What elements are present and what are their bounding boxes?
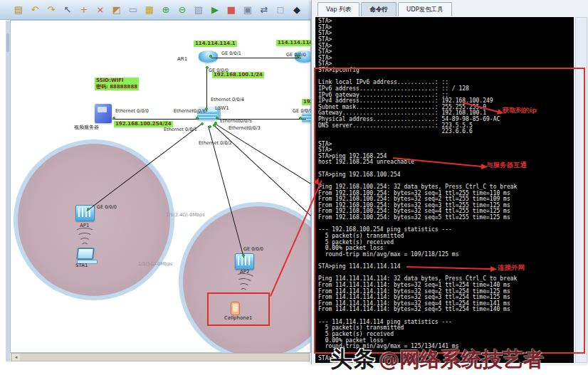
- topology-link: [112, 119, 199, 120]
- port-up-dot: [196, 117, 199, 120]
- device-label-ar1: AR1: [177, 56, 187, 63]
- stop-device-icon[interactable]: ■: [226, 4, 237, 16]
- device-label-lsw1: LSW1: [215, 105, 229, 112]
- device-label-ap1: AP1: [80, 223, 89, 229]
- port-label: Ethernet 0/0/0: [115, 108, 149, 114]
- wireless-signal-ap2: [232, 272, 256, 298]
- cellphone1[interactable]: [231, 302, 240, 315]
- console-icon[interactable]: ◆: [291, 4, 303, 16]
- port-up-dot: [213, 124, 216, 127]
- radio-rate-label: 1/1(5G)-0Mbps: [138, 261, 172, 267]
- scrollbar-thumb[interactable]: [6, 33, 9, 52]
- port-label: Ethernet 0/0/1: [164, 127, 197, 132]
- port-label: GE 0/0/0: [209, 68, 229, 73]
- device-label-sta1: STA1: [75, 263, 88, 269]
- sta1-laptop[interactable]: [77, 248, 98, 264]
- radio-rate-label: 1/1(2.4G)-0Mbps: [166, 212, 205, 218]
- data-capture-icon[interactable]: ▣: [242, 4, 253, 16]
- terminal-tab-bar: Vap 列表命令行UDP发包工具: [317, 2, 452, 16]
- device-label-server: 视频服务器: [74, 125, 99, 131]
- port-up-dot: [112, 117, 115, 120]
- port-up-dot: [209, 125, 211, 128]
- open-icon[interactable]: ▤: [13, 4, 24, 16]
- delete-icon[interactable]: ×: [95, 4, 106, 16]
- undo-icon[interactable]: ↶: [29, 4, 41, 16]
- sta-terminal-window: Vap 列表命令行UDP发包工具 STA> STA> STA> STA> STA…: [311, 0, 588, 364]
- console-scrollbar[interactable]: [575, 17, 587, 363]
- tab-命令行[interactable]: 命令行: [361, 2, 397, 16]
- zoom-out-icon[interactable]: ⊖: [177, 4, 188, 16]
- zoom-in-icon[interactable]: ⊕: [160, 4, 172, 16]
- pan-hand-icon[interactable]: +: [78, 4, 90, 16]
- laptop-screen-icon: [76, 248, 95, 260]
- comment-icon[interactable]: ▭: [127, 4, 139, 16]
- port-label: GE 0/0/0: [286, 52, 306, 58]
- canvas-horizontal-scrollbar[interactable]: ◂: [11, 353, 310, 361]
- note-wan-ip-1: 114.114.114.1: [194, 41, 237, 47]
- terminal-console[interactable]: STA> STA> STA> STA> STA> STA> STA> STA> …: [315, 17, 574, 363]
- port-label: Ethernet0/0/5: [220, 118, 252, 124]
- port-label: GE 0/0/0: [243, 246, 263, 252]
- device-label-ap2: AP2: [240, 269, 249, 275]
- port-label: Ethernet 0/0/4: [211, 97, 244, 102]
- start-device-icon[interactable]: ▶: [209, 4, 221, 16]
- port-label: Ethernet 0/0/2: [199, 140, 232, 146]
- topology-link: [211, 58, 301, 58]
- console-output: STA> STA> STA> STA> STA> STA> STA> STA> …: [315, 17, 574, 363]
- port-label: GE 0/0/1: [221, 51, 241, 56]
- eraser-icon[interactable]: ◩: [111, 4, 122, 16]
- port-label: GE 0/0/1: [293, 108, 313, 114]
- redo-icon[interactable]: ↷: [46, 4, 57, 16]
- port-label: Ethernet0/0/3: [229, 125, 261, 131]
- port-up-dot: [201, 122, 204, 125]
- port-up-dot: [242, 254, 245, 257]
- select-icon[interactable]: ↖: [62, 4, 73, 16]
- ensp-window: ▤↶↷↖+×◩▭▦⊕⊖▧▶■▣⇄◻◆ ◂ 114.114.114.1114.11…: [0, 0, 588, 375]
- blank-page-icon[interactable]: ◻: [275, 4, 286, 16]
- topology-link: [215, 124, 311, 184]
- router-ar1[interactable]: [199, 51, 218, 63]
- port-up-dot: [209, 55, 212, 58]
- canvas-vertical-scrollbar[interactable]: [6, 21, 10, 361]
- interface-list-icon[interactable]: ⇄: [258, 4, 270, 16]
- topology-link: [206, 66, 207, 112]
- video-server[interactable]: [95, 104, 112, 123]
- note-icon[interactable]: ▦: [144, 4, 155, 16]
- device-label-cellphone1: Cellphone1: [224, 315, 252, 322]
- port-label: GE 0/0/0: [97, 204, 117, 210]
- tab-Vap 列表[interactable]: Vap 列表: [317, 2, 359, 16]
- port-up-dot: [87, 208, 90, 211]
- tab-UDP发包工具[interactable]: UDP发包工具: [398, 2, 452, 16]
- scroll-left-arrow-icon[interactable]: ◂: [12, 354, 20, 361]
- note-ssid: SSID:WIFI 密码: 88888888: [95, 78, 139, 90]
- port-label: Ethernet0/0/6: [174, 108, 206, 114]
- port-up-dot: [299, 117, 302, 120]
- snapshot-icon[interactable]: ▧: [193, 4, 204, 16]
- port-up-dot: [216, 117, 219, 120]
